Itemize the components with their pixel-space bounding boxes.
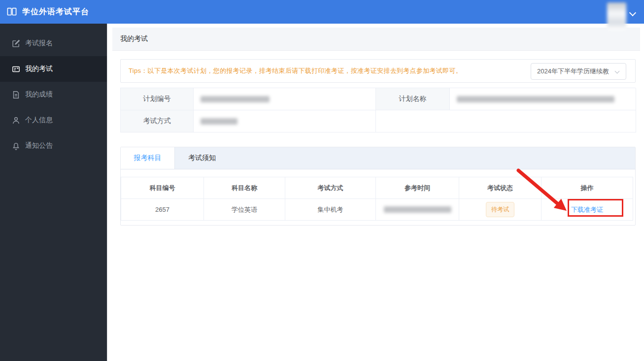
sidebar-item-personal-info[interactable]: 个人信息 <box>0 107 107 133</box>
redacted-value <box>201 96 270 102</box>
bell-icon <box>12 142 20 150</box>
exam-card-icon <box>12 65 20 73</box>
tips-text: Tips：以下是本次考试计划，您的报考记录，排考结束后请下载打印准考证，按准考证… <box>129 66 462 75</box>
cell-exam-time <box>376 199 459 221</box>
sidebar-item-label: 通知公告 <box>25 141 53 150</box>
download-admission-ticket-link[interactable]: 下载准考证 <box>571 205 603 214</box>
status-badge: 待考试 <box>486 202 514 217</box>
plan-name-label: 计划名称 <box>376 88 450 110</box>
sidebar: 考试报名 我的考试 我的成绩 个人信息 <box>0 24 107 361</box>
edit-square-icon <box>12 39 20 48</box>
cell-exam-mode: 集中机考 <box>285 199 376 221</box>
tips-banner: Tips：以下是本次考试计划，您的报考记录，排考结束后请下载打印准考证，按准考证… <box>120 59 636 83</box>
redacted-value <box>384 206 451 213</box>
cell-actions: 下载准考证 <box>542 199 633 221</box>
sidebar-item-label: 我的成绩 <box>25 90 53 99</box>
col-header-subject-name: 科目名称 <box>204 177 285 199</box>
plan-info-table: 计划编号 计划名称 考试方式 <box>120 88 636 132</box>
cell-subject-name: 学位英语 <box>204 199 285 221</box>
col-header-exam-time: 参考时间 <box>376 177 459 199</box>
chevron-down-icon <box>615 69 620 74</box>
person-icon <box>12 116 20 125</box>
sidebar-item-exam-signup[interactable]: 考试报名 <box>0 31 107 56</box>
chevron-down-icon[interactable] <box>630 10 635 15</box>
tab-bar: 报考科目 考试须知 <box>121 147 635 169</box>
col-header-exam-status: 考试状态 <box>459 177 542 199</box>
sidebar-item-label: 个人信息 <box>25 116 53 125</box>
empty-cell <box>376 110 636 132</box>
redacted-value <box>201 118 237 125</box>
app-header: 学位外语考试平台 <box>0 0 644 24</box>
sidebar-item-notices[interactable]: 通知公告 <box>0 133 107 159</box>
plan-name-value <box>450 88 636 110</box>
tab-exam-notes[interactable]: 考试须知 <box>175 147 229 169</box>
avatar[interactable] <box>607 2 626 30</box>
open-book-icon <box>7 7 17 16</box>
score-document-icon <box>12 91 20 99</box>
exam-mode-value <box>194 110 376 132</box>
cell-exam-status: 待考试 <box>459 199 542 221</box>
cell-subject-code: 2657 <box>121 199 204 221</box>
app-title: 学位外语考试平台 <box>22 7 89 17</box>
col-header-actions: 操作 <box>542 177 633 199</box>
sidebar-item-label: 考试报名 <box>25 39 53 48</box>
col-header-exam-mode: 考试方式 <box>285 177 376 199</box>
plan-filter-select[interactable]: 2024年下半年学历继续教 <box>531 63 626 80</box>
sidebar-item-my-scores[interactable]: 我的成绩 <box>0 82 107 107</box>
tab-registered-subjects[interactable]: 报考科目 <box>121 147 175 169</box>
exam-tabs-card: 报考科目 考试须知 科目编号 科目名称 考试方式 参考时间 考试状态 操作 26… <box>120 147 636 226</box>
exam-mode-label: 考试方式 <box>121 110 194 132</box>
sidebar-item-label: 我的考试 <box>25 65 53 73</box>
breadcrumb: 我的考试 <box>112 28 640 51</box>
plan-no-value <box>194 88 376 110</box>
sidebar-item-my-exams[interactable]: 我的考试 <box>0 56 107 82</box>
page-title: 我的考试 <box>120 34 148 43</box>
redacted-value <box>457 96 614 102</box>
plan-filter-value: 2024年下半年学历继续教 <box>537 67 609 76</box>
plan-no-label: 计划编号 <box>121 88 194 110</box>
subjects-table: 科目编号 科目名称 考试方式 参考时间 考试状态 操作 2657 学位英语 集中… <box>121 177 633 221</box>
col-header-subject-code: 科目编号 <box>121 177 204 199</box>
